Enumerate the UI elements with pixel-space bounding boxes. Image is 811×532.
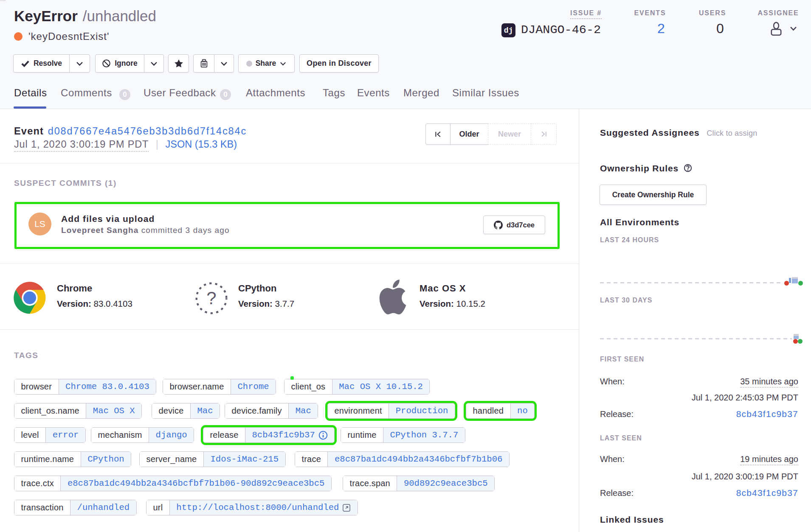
svg-text:?: ? [206, 288, 216, 308]
